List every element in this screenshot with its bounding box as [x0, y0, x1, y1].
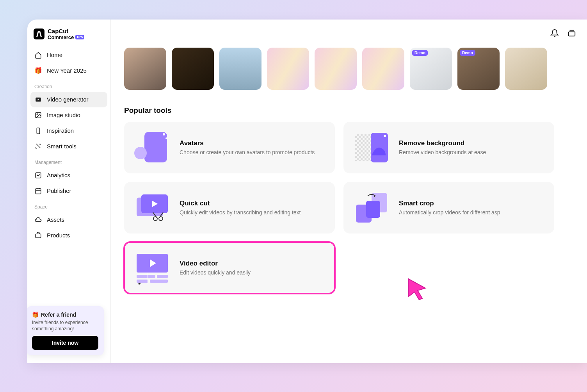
svg-point-16	[384, 135, 386, 137]
gift-icon: 🎁	[34, 67, 42, 75]
thumbnail[interactable]	[362, 48, 404, 90]
nav-publisher[interactable]: Publisher	[30, 183, 107, 199]
svg-rect-25	[137, 275, 155, 278]
tool-title: Smart crop	[399, 200, 500, 207]
tool-title: Video editor	[180, 260, 251, 267]
svg-point-11	[165, 137, 167, 139]
thumbnail[interactable]: Demo	[457, 48, 500, 90]
products-icon	[34, 232, 42, 239]
svg-point-2	[37, 114, 38, 115]
demo-badge: Demo	[412, 50, 428, 56]
tool-remove-background[interactable]: Remove background Remove video backgroun…	[343, 122, 554, 173]
video-generator-icon	[34, 96, 42, 103]
tool-desc: Quickly edit videos by transcribing and …	[180, 209, 301, 216]
tool-title: Avatars	[180, 139, 315, 147]
tool-avatars[interactable]: Avatars Choose or create your own avatar…	[124, 122, 335, 173]
svg-rect-28	[150, 280, 168, 283]
capcut-logo-icon	[34, 29, 44, 39]
main-content: Demo Demo Popular tools Avata	[111, 20, 587, 363]
home-icon	[34, 51, 42, 59]
svg-point-9	[134, 147, 147, 159]
nav-label: Analytics	[47, 172, 70, 178]
nav-label: Image studio	[47, 112, 80, 118]
nav-inspiration[interactable]: Inspiration	[30, 123, 107, 139]
nav-assets[interactable]: Assets	[30, 212, 107, 228]
brand-subname: Commerce	[48, 34, 74, 40]
notifications-icon[interactable]	[550, 29, 559, 37]
svg-rect-27	[137, 280, 148, 283]
sidebar: CapCut Commerce Pro Home 🎁 New Year 2025…	[27, 20, 111, 363]
svg-rect-15	[371, 133, 388, 162]
demo-badge: Demo	[460, 50, 475, 56]
svg-rect-7	[569, 32, 575, 36]
tool-title: Remove background	[399, 139, 486, 147]
brand-logo[interactable]: CapCut Commerce Pro	[30, 27, 107, 47]
quick-cut-icon	[133, 191, 171, 225]
nav-label: Home	[47, 52, 62, 58]
tool-video-editor[interactable]: Video editor Edit videos quickly and eas…	[124, 242, 335, 294]
refer-friend-card: 🎁 Refer a friend Invite friends to exper…	[27, 306, 104, 355]
svg-rect-8	[144, 132, 167, 162]
topbar	[550, 29, 576, 37]
invite-now-button[interactable]: Invite now	[32, 336, 98, 350]
remove-bg-icon	[353, 130, 390, 165]
tool-desc: Choose or create your own avatars to pro…	[180, 149, 315, 156]
section-space: Space	[30, 199, 107, 212]
svg-rect-5	[36, 189, 41, 194]
svg-rect-23	[366, 201, 380, 218]
popular-tools-grid: Avatars Choose or create your own avatar…	[124, 122, 587, 294]
tool-quick-cut[interactable]: Quick cut Quickly edit videos by transcr…	[124, 182, 335, 233]
nav-new-year[interactable]: 🎁 New Year 2025	[30, 63, 107, 78]
app-window: CapCut Commerce Pro Home 🎁 New Year 2025…	[27, 20, 587, 363]
nav-image-studio[interactable]: Image studio	[30, 107, 107, 123]
refer-desc: Invite friends to experience something a…	[32, 319, 98, 332]
thumbnail[interactable]	[124, 48, 166, 90]
cards-icon[interactable]	[567, 29, 576, 37]
template-thumbnails: Demo Demo	[124, 48, 587, 90]
assets-icon	[34, 216, 42, 224]
image-studio-icon	[34, 111, 42, 119]
smart-tools-icon	[34, 143, 42, 150]
thumbnail[interactable]	[315, 48, 357, 90]
nav-label: Products	[47, 232, 70, 239]
pro-badge: Pro	[75, 35, 84, 39]
tool-desc: Edit videos quickly and easily	[180, 269, 251, 276]
svg-rect-29	[148, 273, 148, 284]
svg-rect-6	[36, 234, 41, 238]
nav-analytics[interactable]: Analytics	[30, 167, 107, 183]
nav-video-generator[interactable]: Video generator	[30, 92, 107, 107]
smart-crop-icon	[353, 191, 390, 225]
nav-label: New Year 2025	[47, 67, 87, 74]
thumbnail[interactable]: Demo	[410, 48, 452, 90]
svg-rect-3	[37, 128, 40, 134]
thumbnail[interactable]	[267, 48, 309, 90]
avatars-icon	[133, 130, 171, 165]
gift-icon: 🎁	[32, 312, 39, 318]
analytics-icon	[34, 171, 42, 179]
inspiration-icon	[34, 127, 42, 135]
publisher-icon	[34, 187, 42, 195]
video-editor-icon	[133, 251, 171, 285]
popular-tools-title: Popular tools	[124, 106, 587, 115]
svg-rect-14	[355, 134, 371, 161]
tool-title: Quick cut	[180, 200, 301, 207]
nav-label: Inspiration	[47, 127, 74, 134]
tool-smart-crop[interactable]: Smart crop Automatically crop videos for…	[343, 182, 554, 233]
nav-smart-tools[interactable]: Smart tools	[30, 139, 107, 154]
tool-desc: Automatically crop videos for different …	[399, 209, 500, 216]
thumbnail[interactable]	[505, 48, 547, 90]
nav-label: Assets	[47, 216, 64, 223]
thumbnail[interactable]	[219, 48, 261, 90]
tool-desc: Remove video backgrounds at ease	[399, 149, 486, 156]
nav-label: Smart tools	[47, 143, 76, 150]
nav-label: Publisher	[47, 187, 71, 194]
brand-name: CapCut	[48, 28, 84, 34]
nav-label: Video generator	[47, 96, 88, 103]
thumbnail[interactable]	[172, 48, 214, 90]
nav-products[interactable]: Products	[30, 228, 107, 243]
section-management: Management	[30, 154, 107, 167]
section-creation: Creation	[30, 78, 107, 92]
nav-home[interactable]: Home	[30, 47, 107, 63]
svg-point-10	[163, 133, 165, 135]
svg-rect-26	[157, 275, 168, 278]
